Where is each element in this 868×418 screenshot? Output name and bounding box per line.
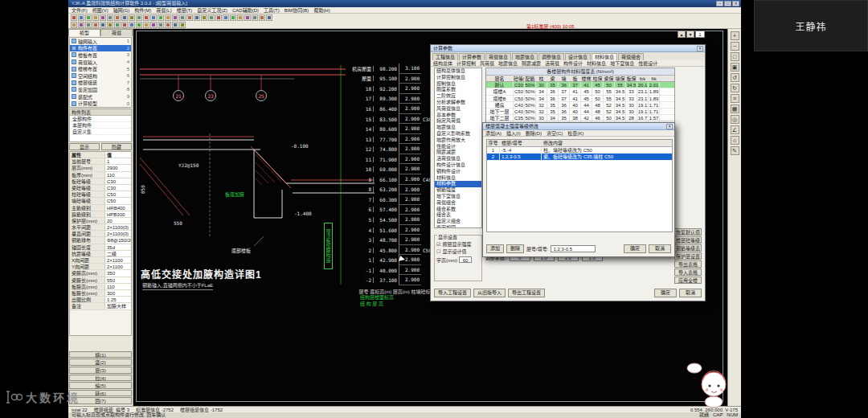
dialog-side-button-5[interactable]: 导入表格 <box>674 268 702 276</box>
params-tree-item-23[interactable]: 组合表 <box>435 212 481 219</box>
array-icon[interactable] <box>252 14 258 21</box>
dialog-side-button-2[interactable]: 钢筋等级表 <box>674 244 702 252</box>
dialog-side-button-1[interactable]: 楼层砼等级 <box>674 236 702 244</box>
dialog-subtab-3[interactable]: 地震信息 <box>498 60 518 66</box>
solid-fill-icon[interactable]: ▣ <box>731 63 739 72</box>
menu-icon[interactable]: ≡ <box>731 94 739 103</box>
property-value[interactable]: 550 <box>105 277 131 283</box>
menu-item-3[interactable]: 构件(M) <box>134 7 151 14</box>
book-icon[interactable] <box>158 22 164 28</box>
params-tree-item-20[interactable]: 地下室信息 <box>435 194 481 200</box>
zoom-extents-icon[interactable] <box>150 14 157 21</box>
zoom-out-icon[interactable]: − <box>731 42 739 51</box>
params-tree-item-5[interactable]: 分析求解参数 <box>435 100 481 106</box>
table-row[interactable]: 地下一层C4050%3235364044485234.53019.11.71 <box>486 109 674 115</box>
check-icon[interactable] <box>165 22 171 28</box>
dialog-title-bar[interactable]: 楼层混凝土强度等级修改 ✕ <box>483 123 674 130</box>
dialog-subtab-2[interactable]: 风荷载 <box>480 60 494 66</box>
sidebar-item-5[interactable]: 空间结构6 <box>70 72 131 80</box>
dialog2-tool-1[interactable]: 插入(I) <box>506 130 521 136</box>
params-tree-item-21[interactable]: 荷载组合 <box>435 200 481 207</box>
cancel-button[interactable]: 取消 <box>649 244 671 253</box>
angle-icon[interactable]: ∠ <box>731 125 739 134</box>
slab-icon[interactable] <box>107 22 113 28</box>
zoom-in-icon[interactable] <box>136 14 142 21</box>
save-icon[interactable] <box>85 14 92 21</box>
property-value[interactable]: 2×1100(0) <box>105 231 131 236</box>
menu-item-2[interactable]: 轴网(G) <box>113 7 130 14</box>
sidebar-item-4[interactable]: 楼梯布置5 <box>70 65 131 72</box>
move-icon[interactable] <box>230 14 236 21</box>
params-tree-item-24[interactable]: 自定义组合 <box>435 219 481 225</box>
property-value[interactable]: C30 <box>105 185 131 191</box>
params-tree-item-3[interactable]: 刚度系数 <box>435 87 481 93</box>
property-value[interactable]: 35d <box>105 244 131 250</box>
menu-item-9[interactable]: BIM协同(B) <box>285 7 309 14</box>
dialog-tab-7[interactable]: 荷载组合 <box>618 53 644 60</box>
menu-item-8[interactable]: 工具(T) <box>264 7 280 14</box>
sidebar-shortcut-3[interactable]: 拉(4) <box>69 375 132 382</box>
dialog2-tool-0[interactable]: 添加(A) <box>485 130 502 136</box>
sidebar-tab-0[interactable]: 模型 <box>68 29 100 36</box>
property-value[interactable]: HPB300 <box>105 211 131 217</box>
zoom-out-icon[interactable] <box>143 14 149 21</box>
params-tree-item-11[interactable]: 地震作用放大 <box>435 137 481 144</box>
maximize-button[interactable]: □ <box>724 1 731 6</box>
params-tree-item-15[interactable]: 构件设计信息 <box>435 162 481 169</box>
property-value[interactable]: 2900 <box>105 165 131 170</box>
menu-item-10[interactable]: 帮助(H) <box>313 7 330 14</box>
params-tree-item-8[interactable]: 指定风荷载 <box>435 118 481 125</box>
cancel-button[interactable]: 取消 <box>679 289 702 297</box>
table-row[interactable]: 塔楼BC5050%3436374145505534.53323.11.89 <box>486 96 674 102</box>
sidebar-shortcut-1[interactable]: 竖(2) <box>69 359 132 366</box>
dialog-subtab-5[interactable]: 活荷载 <box>545 60 559 66</box>
property-value[interactable]: 350 <box>105 270 131 276</box>
open-icon[interactable] <box>78 14 84 21</box>
layer-down-button[interactable]: ▾ <box>686 31 694 38</box>
params-tree-item-12[interactable]: 性能设计 <box>435 144 481 150</box>
checkbox-checked-icon[interactable]: ☑ <box>436 241 440 248</box>
sidebar-shortcut-2[interactable]: 层(3) <box>69 367 132 374</box>
params-tree-item-9[interactable]: 地震信息 <box>435 125 481 131</box>
paste-icon[interactable] <box>129 14 135 21</box>
circle-icon[interactable] <box>223 14 229 21</box>
close-button[interactable]: ✕ <box>732 1 739 6</box>
line-icon[interactable] <box>208 14 215 21</box>
dialog-side-button-4[interactable]: 导出表格 <box>674 260 702 268</box>
property-value[interactable]: C50 <box>105 191 131 197</box>
property-value[interactable]: 20 <box>105 218 131 223</box>
dialog-side-button-3[interactable]: 保护层设置 <box>674 252 702 260</box>
dialog2-tool-4[interactable]: 检查(K) <box>567 130 583 136</box>
arc-icon[interactable] <box>215 14 222 21</box>
table-row[interactable]: 默认C3050%303536374145505534.520.12.01 <box>486 82 674 88</box>
sidebar-shortcut-4[interactable]: 缩(5) <box>69 382 132 389</box>
undo-icon[interactable] <box>100 14 106 21</box>
select-icon[interactable] <box>71 22 77 28</box>
dialog-close-icon[interactable]: ✕ <box>697 46 703 51</box>
grid-icon[interactable] <box>172 14 178 21</box>
list-row-0[interactable]: 1-5,-4柱、墙砼等级改为 C50 <box>487 147 672 154</box>
ok-button[interactable]: 确定 <box>654 289 677 297</box>
menu-item-0[interactable]: 文件(F) <box>72 7 88 14</box>
pan-icon[interactable] <box>158 14 164 21</box>
table-row[interactable]: 裙房C4050%3235364044485234.53019.11.71 <box>486 102 674 109</box>
menu-item-6[interactable]: 自定义工况(Z) <box>197 7 227 14</box>
params-tree-item-1[interactable]: 计算控制信息 <box>435 75 481 81</box>
params-tree-item-10[interactable]: 自定义影响系数 <box>435 131 481 137</box>
params-tree-item-16[interactable]: 钢构件设计 <box>435 169 481 175</box>
edit-icon[interactable]: ✎ <box>731 146 739 155</box>
property-value[interactable]: 二级 <box>105 251 131 256</box>
dialog-bottom-button-2[interactable]: 导出工程设置 <box>508 289 545 297</box>
sidebar-item-6[interactable]: 楼层组装7 <box>70 80 131 87</box>
dialog2-tool-3[interactable]: 清空(C) <box>547 130 563 136</box>
sidebar-item-7[interactable]: 鉴定加固8 <box>70 86 131 93</box>
checkbox-row[interactable]: ☑按层显示强度 <box>436 241 480 248</box>
dialog-bottom-button-0[interactable]: 导入工程设置 <box>434 289 471 297</box>
params-tree-item-25[interactable]: 鉴定加固 <box>435 225 481 228</box>
property-value[interactable]: 2×1100 <box>105 257 131 263</box>
osnap-icon[interactable] <box>179 14 186 21</box>
property-value[interactable]: 加腋大样 <box>105 303 131 309</box>
cut-icon[interactable] <box>114 14 121 21</box>
dialog-tab-5[interactable]: 设计信息 <box>565 53 591 60</box>
erase-icon[interactable] <box>259 14 265 21</box>
